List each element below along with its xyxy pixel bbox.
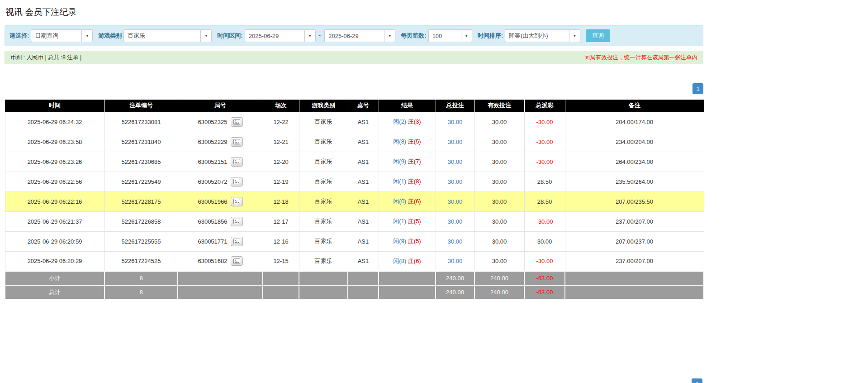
cell-table-number: AS1 — [348, 112, 379, 132]
cell-note: 207.00/237.00 — [565, 231, 704, 251]
cell-session: 12-21 — [263, 132, 299, 152]
cell-total-payout: 28.50 — [524, 192, 565, 211]
result-banker: 庄(5) — [408, 238, 421, 244]
page-size-dropdown-button[interactable]: ▼ — [461, 29, 472, 42]
result-player: 闲(9) — [393, 158, 406, 165]
cell-time: 2025-06-29 06:20:59 — [5, 231, 104, 251]
total-bet-link[interactable]: 30.00 — [448, 238, 463, 245]
page-size-label: 每页笔数: — [401, 32, 426, 40]
select-type-dropdown-button[interactable]: ▼ — [81, 29, 93, 42]
cell-total-bet: 30.00 — [436, 152, 474, 172]
cell-order-number: 522617225555 — [104, 231, 178, 251]
view-result-button[interactable] — [231, 237, 243, 246]
total-bet-link[interactable]: 30.00 — [448, 158, 463, 165]
cell-valid-bet: 30.00 — [474, 231, 524, 251]
column-header: 总派彩 — [524, 100, 565, 112]
cell-valid-bet: 30.00 — [474, 211, 524, 231]
view-result-button[interactable] — [231, 197, 243, 206]
page-size-combo: ▼ — [428, 29, 472, 42]
cell-session: 12-15 — [263, 251, 299, 271]
date-to-input[interactable] — [324, 29, 384, 42]
page-button-bottom[interactable]: 1 — [692, 378, 702, 383]
cell-table-number: AS1 — [348, 172, 379, 192]
sort-order-combo: ▼ — [505, 29, 580, 42]
cell-note: 204.00/174.00 — [565, 112, 704, 132]
page-button-1[interactable]: 1 — [693, 83, 703, 94]
cell-table-number: AS1 — [348, 192, 379, 211]
cell-total-payout: -30.00 — [524, 251, 565, 271]
summary-row: 小计 8 240.00 240.00 -63.00 — [5, 271, 704, 285]
total-bet-link[interactable]: 30.00 — [448, 139, 463, 145]
total-bet-link[interactable]: 30.00 — [448, 258, 463, 264]
summary-empty-cell — [348, 285, 379, 299]
notice-text: 同局有效投注，统一计算在该局第一张注单内 — [584, 54, 697, 62]
cell-total-payout: -30.00 — [524, 152, 565, 172]
table-header-row: 时间注单编号局号场次游戏类别桌号结果总投注有效投注总派彩备注 — [5, 100, 704, 112]
pagination-top: 1 — [5, 83, 703, 94]
cards-icon — [233, 239, 240, 244]
table-row: 2025-06-29 06:23:58 522617231840 6300522… — [5, 132, 704, 152]
date-from-combo: ▼ — [245, 29, 316, 42]
cell-game-type: 百家乐 — [299, 251, 348, 271]
date-from-dropdown-button[interactable]: ▼ — [304, 29, 316, 42]
result-banker: 庄(3) — [408, 118, 421, 125]
total-bet-link[interactable]: 30.00 — [448, 119, 463, 125]
date-to-dropdown-button[interactable]: ▼ — [384, 29, 395, 42]
sort-order-input[interactable] — [505, 29, 569, 42]
view-result-button[interactable] — [231, 157, 243, 167]
date-from-input[interactable] — [245, 29, 304, 42]
cell-note: 264.00/234.00 — [565, 152, 704, 172]
total-bet-link[interactable]: 30.00 — [448, 178, 463, 185]
cards-icon — [233, 259, 240, 264]
cell-session: 12-20 — [263, 152, 299, 172]
game-type-input[interactable] — [123, 29, 200, 42]
date-to-combo: ▼ — [324, 29, 395, 42]
cell-valid-bet: 30.00 — [474, 192, 524, 211]
cell-round-number: 630051856 — [178, 211, 263, 231]
cell-game-type: 百家乐 — [299, 172, 348, 192]
cell-total-payout: -30.00 — [524, 112, 565, 132]
cell-order-number: 522617224525 — [104, 251, 178, 271]
cell-round-number: 630051771 — [178, 231, 263, 251]
summary-empty-cell — [565, 285, 704, 299]
summary-total-bet: 240.00 — [436, 271, 474, 285]
summary-row: 总计 8 240.00 240.00 -63.00 — [5, 285, 704, 299]
round-number-text: 630052325 — [198, 119, 227, 125]
sort-order-dropdown-button[interactable]: ▼ — [569, 29, 580, 42]
select-type-input[interactable] — [31, 29, 81, 42]
cell-order-number: 522617226858 — [104, 211, 178, 231]
total-bet-link[interactable]: 30.00 — [448, 218, 463, 225]
cell-note: 235.50/264.00 — [565, 172, 704, 192]
cell-round-number: 630052151 — [178, 152, 263, 172]
game-type-dropdown-button[interactable]: ▼ — [200, 29, 212, 42]
cell-order-number: 522617231840 — [104, 132, 178, 152]
view-result-button[interactable] — [231, 256, 243, 266]
sort-order-label: 时间排序: — [478, 32, 503, 40]
view-result-button[interactable] — [231, 217, 243, 226]
date-range-label: 时间区间: — [217, 32, 242, 40]
result-banker: 庄(5) — [408, 218, 421, 225]
cell-session: 12-18 — [263, 192, 299, 211]
game-type-label: 游戏类别 — [98, 32, 122, 40]
table-row: 2025-06-29 06:22:16 522617228175 6300519… — [5, 192, 704, 211]
search-button[interactable]: 查询 — [586, 29, 610, 42]
cell-round-number: 630052229 — [178, 132, 263, 152]
cell-order-number: 522617230685 — [104, 152, 178, 172]
cell-result: 闲(9) 庄(5) — [379, 231, 436, 251]
cell-total-bet: 30.00 — [436, 251, 474, 271]
page-size-input[interactable] — [428, 29, 461, 42]
cell-result: 闲(1) 庄(5) — [379, 211, 436, 231]
cell-note: 207.00/235.50 — [565, 192, 704, 211]
view-result-button[interactable] — [231, 177, 243, 187]
view-result-button[interactable] — [231, 117, 243, 127]
cards-icon — [233, 199, 240, 204]
round-number-text: 630051966 — [198, 198, 227, 205]
cell-valid-bet: 30.00 — [474, 251, 524, 271]
cell-game-type: 百家乐 — [299, 231, 348, 251]
view-result-button[interactable] — [231, 137, 243, 147]
summary-empty-cell — [379, 271, 436, 285]
cell-table-number: AS1 — [348, 211, 379, 231]
total-bet-link[interactable]: 30.00 — [448, 198, 463, 205]
summary-empty-cell — [299, 285, 348, 299]
cell-note: 237.00/207.00 — [565, 211, 704, 231]
